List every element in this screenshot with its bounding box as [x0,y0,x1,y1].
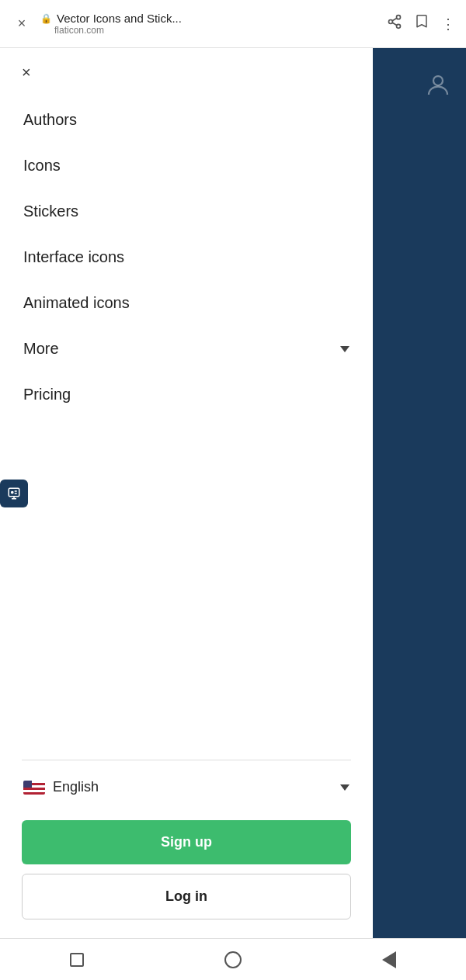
android-home-button[interactable] [224,951,242,968]
signup-button[interactable]: Sign up [22,820,351,864]
page-body: × Authors Icons Stickers Interface icons… [0,48,466,938]
browser-title: Vector Icons and Stick... [57,12,182,25]
bookmark-icon[interactable] [415,14,429,33]
login-button[interactable]: Log in [22,874,351,919]
lock-icon: 🔒 [40,13,52,24]
auth-buttons: Sign up Log in [0,808,373,938]
divider [22,760,351,760]
nav-item-animated-icons[interactable]: Animated icons [0,280,373,326]
nav-menu: Authors Icons Stickers Interface icons A… [0,89,373,753]
svg-point-5 [433,76,443,85]
nav-item-more[interactable]: More [0,326,373,372]
language-chevron-icon [340,784,350,791]
flag-us-icon [23,781,45,795]
svg-rect-6 [9,488,19,497]
background-page [373,48,466,938]
drawer: × Authors Icons Stickers Interface icons… [0,48,373,938]
more-icon[interactable]: ⋮ [441,16,455,33]
android-recents-button[interactable] [70,953,84,967]
svg-point-7 [12,491,13,493]
android-back-button[interactable] [382,951,396,968]
nav-item-authors[interactable]: Authors [0,97,373,143]
nav-item-stickers[interactable]: Stickers [0,189,373,234]
language-selector[interactable]: English [0,767,373,808]
drawer-close-button[interactable]: × [22,64,31,81]
language-label: English [53,779,99,795]
browser-domain: flaticon.com [40,25,104,36]
nav-item-interface-icons[interactable]: Interface icons [0,234,373,280]
bg-user-icon [424,71,452,106]
android-nav-bar [0,938,466,980]
svg-line-4 [392,18,397,20]
floating-badge[interactable] [0,480,28,507]
browser-actions: ⋮ [387,14,455,33]
browser-bar: × 🔒 Vector Icons and Stick... flaticon.c… [0,0,466,48]
nav-item-pricing[interactable]: Pricing [0,372,373,417]
share-icon[interactable] [387,14,402,33]
svg-line-3 [392,23,397,25]
browser-close-icon[interactable]: × [11,16,33,32]
chevron-down-icon [340,346,350,352]
nav-item-icons[interactable]: Icons [0,143,373,189]
browser-title-block: 🔒 Vector Icons and Stick... flaticon.com [40,12,379,36]
drawer-header: × [0,48,373,89]
language-left: English [23,779,99,795]
